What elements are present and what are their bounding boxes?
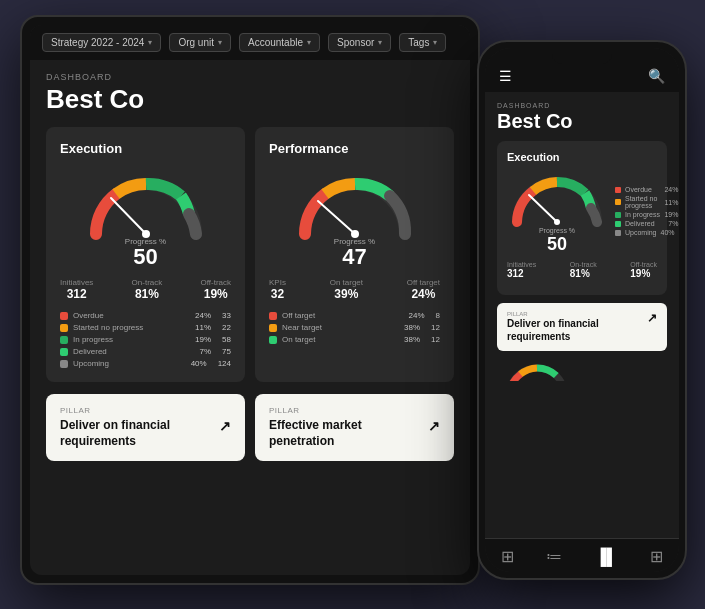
topbar: Strategy 2022 - 2024 ▾ Org unit ▾ Accoun…: [30, 25, 470, 60]
nav-bar-icon[interactable]: ▐▌: [595, 548, 618, 566]
svg-line-4: [529, 195, 557, 222]
phone-legend-delivered: Delivered 7% 75: [615, 220, 679, 227]
svg-line-2: [318, 201, 355, 234]
performance-legend: Off target 24% 8 Near target 38% 12: [269, 311, 440, 344]
pillar-arrow-financial: ↗: [219, 418, 231, 434]
phone-legend-overdue: Overdue 24% 33: [615, 186, 679, 193]
phone-execution-legend: Overdue 24% 33 Started no progress 11% 2…: [615, 186, 679, 238]
phone-legend-started: Started no progress 11% 22: [615, 195, 679, 209]
execution-gauge-svg: [81, 166, 211, 241]
filter-accountable[interactable]: Accountable ▾: [239, 33, 320, 52]
perf-legend-on-target: On target 38% 12: [269, 335, 440, 344]
started-no-progress-dot: [60, 324, 68, 332]
performance-progress-value: 47: [342, 246, 366, 268]
phone-execution-card: Execution: [497, 141, 667, 295]
upcoming-dot: [60, 360, 68, 368]
phone-pillar-arrow: ↗: [647, 311, 657, 325]
phone-stat-ontrack: On-track 81%: [570, 261, 597, 279]
chevron-down-icon: ▾: [378, 38, 382, 47]
phone-pillar-card[interactable]: PILLAR Deliver on financial requirements…: [497, 303, 667, 351]
performance-card: Performance: [255, 127, 454, 382]
filter-sponsor[interactable]: Sponsor ▾: [328, 33, 391, 52]
near-target-dot: [269, 324, 277, 332]
perf-legend-off-target: Off target 24% 8: [269, 311, 440, 320]
off-target-dot: [269, 312, 277, 320]
performance-gauge-container: Progress % 47: [269, 166, 440, 268]
phone-notch: [552, 50, 612, 64]
nav-settings-icon[interactable]: ⊞: [650, 547, 663, 566]
phone-execution-title: Execution: [507, 151, 657, 163]
performance-stat-kpis: KPIs 32: [269, 278, 286, 301]
execution-progress-value: 50: [133, 246, 157, 268]
phone-gauge-wrapper: Progress % 50: [507, 169, 607, 255]
filter-tags[interactable]: Tags ▾: [399, 33, 446, 52]
nav-grid-icon[interactable]: ⊞: [501, 547, 514, 566]
phone-execution-stats: Initiatives 312 On-track 81% Off-track 1…: [507, 261, 657, 279]
phone-execution-gauge: [507, 169, 607, 227]
dashboard-label: DASHBOARD: [46, 72, 454, 82]
legend-upcoming: Upcoming 40% 124: [60, 359, 231, 368]
chevron-down-icon: ▾: [148, 38, 152, 47]
search-icon[interactable]: 🔍: [648, 68, 665, 84]
scene: Strategy 2022 - 2024 ▾ Org unit ▾ Accoun…: [0, 0, 705, 609]
svg-line-0: [111, 198, 146, 234]
delivered-dot: [60, 348, 68, 356]
execution-stat-initiatives: Initiatives 312: [60, 278, 93, 301]
overdue-dot: [60, 312, 68, 320]
phone-stat-offtrack: Off-track 19%: [630, 261, 657, 279]
phone-legend-upcoming: Upcoming 40% 124: [615, 229, 679, 236]
execution-stat-offtrack: Off-track 19%: [200, 278, 231, 301]
dashboard-title: Best Co: [46, 84, 454, 115]
on-target-dot: [269, 336, 277, 344]
chevron-down-icon: ▾: [307, 38, 311, 47]
execution-stats: Initiatives 312 On-track 81% Off-track 1…: [60, 278, 231, 301]
legend-started-no-progress: Started no progress 11% 22: [60, 323, 231, 332]
execution-card: Execution: [46, 127, 245, 382]
performance-stat-ontarget: On target 39%: [330, 278, 363, 301]
execution-gauge-container: Progress % 50: [60, 166, 231, 268]
performance-stat-offtarget: Off target 24%: [407, 278, 440, 301]
legend-in-progress: In progress 19% 58: [60, 335, 231, 344]
menu-icon[interactable]: ☰: [499, 68, 512, 84]
filter-orgunit[interactable]: Org unit ▾: [169, 33, 231, 52]
execution-legend: Overdue 24% 33 Started no progress 11% 2…: [60, 311, 231, 368]
execution-card-title: Execution: [60, 141, 231, 156]
tablet-device: Strategy 2022 - 2024 ▾ Org unit ▾ Accoun…: [20, 15, 480, 585]
performance-stats: KPIs 32 On target 39% Off target 24%: [269, 278, 440, 301]
phone-gauge-row: Progress % 50 Overdue 24% 33: [507, 169, 657, 255]
phone-content: DASHBOARD Best Co Execution: [485, 92, 679, 538]
tablet-dashboard: DASHBOARD Best Co Execution: [30, 60, 470, 473]
nav-list-icon[interactable]: ≔: [546, 547, 562, 566]
phone-legend-inprogress: In progress 19% 58: [615, 211, 679, 218]
filter-strategy[interactable]: Strategy 2022 - 2024 ▾: [42, 33, 161, 52]
in-progress-dot: [60, 336, 68, 344]
performance-card-title: Performance: [269, 141, 440, 156]
phone-dashboard-title: Best Co: [497, 110, 667, 133]
legend-delivered: Delivered 7% 75: [60, 347, 231, 356]
svg-point-5: [554, 219, 560, 225]
pillar-row: PILLAR Deliver on financial requirements…: [46, 394, 454, 461]
execution-stat-ontrack: On-track 81%: [132, 278, 163, 301]
performance-gauge-svg: [290, 166, 420, 241]
phone-progress-label: Progress %: [539, 227, 575, 234]
chevron-down-icon: ▾: [433, 38, 437, 47]
phone-nav: ⊞ ≔ ▐▌ ⊞: [485, 538, 679, 572]
legend-overdue: Overdue 24% 33: [60, 311, 231, 320]
phone-dashboard-label: DASHBOARD: [497, 102, 667, 109]
pillar-arrow-market: ↗: [428, 418, 440, 434]
pillar-card-financial[interactable]: PILLAR Deliver on financial requirements…: [46, 394, 245, 461]
phone-partial-gauge: [497, 359, 577, 381]
phone-stat-initiatives: Initiatives 312: [507, 261, 536, 279]
cards-row: Execution: [46, 127, 454, 382]
phone-progress-value: 50: [547, 234, 567, 255]
phone-device: ☰ 🔍 DASHBOARD Best Co Execution: [477, 40, 687, 580]
chevron-down-icon: ▾: [218, 38, 222, 47]
phone-partial-content: [497, 359, 667, 381]
pillar-card-market[interactable]: PILLAR Effective market penetration ↗: [255, 394, 454, 461]
perf-legend-near-target: Near target 38% 12: [269, 323, 440, 332]
